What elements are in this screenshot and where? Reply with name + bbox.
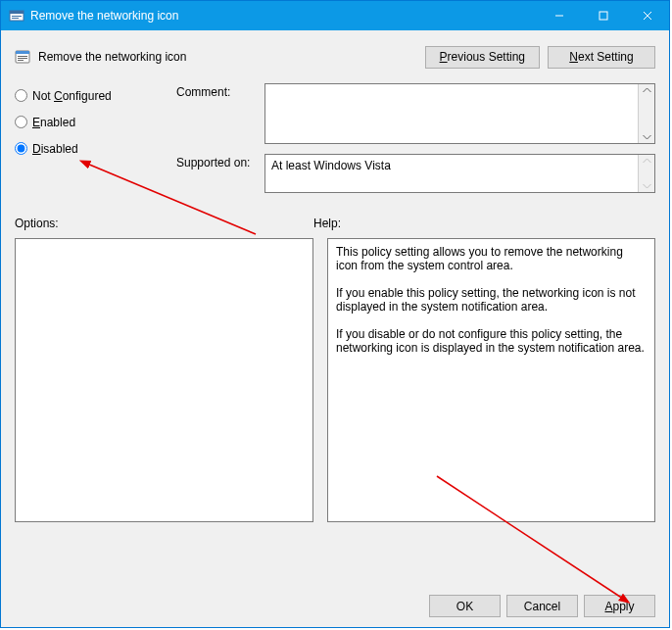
scroll-up-icon[interactable]	[639, 84, 654, 114]
options-label: Options:	[15, 217, 313, 230]
maximize-button[interactable]	[581, 1, 625, 30]
apply-button[interactable]: Apply	[584, 595, 655, 617]
svg-rect-9	[16, 51, 29, 54]
scroll-down-icon[interactable]	[639, 173, 654, 192]
scroll-up-icon[interactable]	[639, 155, 654, 173]
policy-app-icon	[9, 8, 24, 24]
comment-label: Comment:	[176, 83, 264, 144]
next-setting-button[interactable]: Next Setting	[548, 46, 655, 69]
close-button[interactable]	[625, 1, 669, 30]
supported-on-value: At least Windows Vista	[271, 159, 391, 172]
comment-textarea[interactable]	[264, 83, 655, 144]
radio-not-configured-label[interactable]: Not Configured	[32, 89, 112, 103]
scroll-down-icon[interactable]	[639, 114, 654, 143]
state-radio-group: Not Configured Enabled Disabled	[15, 83, 176, 203]
radio-disabled[interactable]	[15, 142, 27, 155]
radio-enabled-label[interactable]: Enabled	[32, 116, 75, 129]
policy-icon	[15, 49, 30, 65]
svg-rect-11	[18, 58, 27, 59]
dialog-content: Remove the networking icon Previous Sett…	[1, 30, 669, 532]
svg-rect-12	[18, 60, 24, 61]
cancel-button[interactable]: Cancel	[506, 595, 578, 617]
svg-rect-3	[12, 18, 19, 19]
comment-scroll[interactable]	[638, 84, 654, 143]
svg-rect-10	[18, 56, 27, 57]
window-title: Remove the networking icon	[30, 9, 537, 23]
svg-rect-1	[10, 11, 24, 14]
help-text-box[interactable]: This policy setting allows you to remove…	[327, 238, 655, 522]
policy-title: Remove the networking icon	[38, 50, 425, 64]
gpo-policy-dialog: Remove the networking icon Remove the ne…	[0, 0, 670, 628]
supported-scroll[interactable]	[638, 155, 654, 192]
svg-rect-2	[12, 16, 22, 17]
previous-setting-button[interactable]: Previous Setting	[425, 46, 540, 69]
titlebar: Remove the networking icon	[1, 1, 669, 30]
dialog-footer: OK Cancel Apply	[429, 595, 655, 617]
help-label: Help:	[313, 217, 655, 230]
window-controls	[537, 1, 669, 30]
radio-disabled-label[interactable]: Disabled	[32, 142, 78, 156]
supported-on-label: Supported on:	[176, 154, 264, 193]
supported-on-box: At least Windows Vista	[264, 154, 655, 193]
radio-enabled[interactable]	[15, 116, 27, 128]
svg-rect-5	[600, 12, 607, 20]
radio-not-configured[interactable]	[15, 89, 27, 102]
ok-button[interactable]: OK	[429, 595, 501, 617]
minimize-button[interactable]	[537, 1, 581, 30]
options-panel	[15, 238, 313, 522]
